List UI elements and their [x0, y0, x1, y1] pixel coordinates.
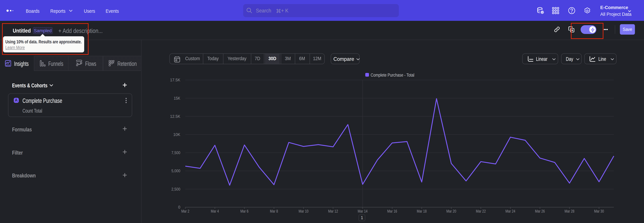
svg-text:Mar 4: Mar 4	[211, 209, 219, 213]
svg-text:Mar 8: Mar 8	[270, 209, 278, 213]
svg-text:12.5K: 12.5K	[170, 114, 180, 119]
svg-text:Mar 2: Mar 2	[181, 209, 189, 213]
svg-text:Mar 22: Mar 22	[476, 209, 486, 213]
svg-text:Mar 6: Mar 6	[240, 209, 248, 213]
svg-text:Mar 16: Mar 16	[387, 209, 397, 213]
svg-text:Mar 30: Mar 30	[594, 209, 604, 213]
svg-text:17.5K: 17.5K	[170, 78, 180, 82]
svg-text:Mar 18: Mar 18	[417, 209, 427, 213]
svg-text:Mar 12: Mar 12	[328, 209, 338, 213]
svg-text:15K: 15K	[174, 96, 180, 100]
svg-text:Mar 20: Mar 20	[446, 209, 456, 213]
svg-text:10K: 10K	[173, 133, 180, 137]
svg-text:Mar 28: Mar 28	[564, 209, 574, 213]
svg-text:2,500: 2,500	[172, 187, 180, 191]
svg-text:Mar 24: Mar 24	[506, 209, 515, 213]
svg-text:Mar 14: Mar 14	[358, 209, 368, 213]
svg-text:Mar 26: Mar 26	[535, 209, 545, 213]
svg-text:7,500: 7,500	[172, 151, 180, 155]
svg-text:5,000: 5,000	[172, 169, 180, 173]
svg-text:0: 0	[178, 205, 180, 209]
svg-text:Mar 10: Mar 10	[298, 209, 308, 213]
